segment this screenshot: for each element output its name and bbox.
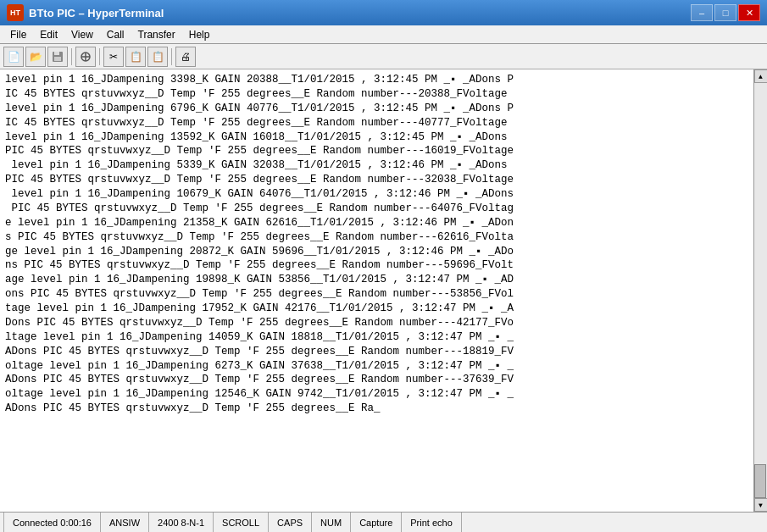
toolbar-cut-button[interactable]: ✂: [103, 47, 124, 67]
menu-help[interactable]: Help: [182, 25, 217, 43]
title-bar: HT BTto PIC – HyperTerminal – □ ✕: [0, 0, 767, 25]
status-connected: Connected 0:00:16: [3, 513, 101, 532]
toolbar: 📄 📂 ✂ 📋 📋 🖨: [0, 44, 767, 69]
toolbar-save-button[interactable]: [47, 47, 68, 67]
minimize-button[interactable]: –: [691, 4, 713, 21]
toolbar-open-button[interactable]: 📂: [25, 47, 46, 67]
terminal-wrapper: level pin 1 16_JDampening 3398_K GAIN 20…: [0, 69, 767, 512]
scrollbar-thumb[interactable]: [754, 464, 766, 498]
toolbar-separator-3: [171, 48, 172, 65]
scrollbar-track[interactable]: [754, 83, 767, 498]
maximize-button[interactable]: □: [714, 4, 736, 21]
svg-rect-2: [54, 57, 61, 61]
menu-edit[interactable]: Edit: [33, 25, 64, 43]
menu-file[interactable]: File: [3, 25, 33, 43]
menu-view[interactable]: View: [64, 25, 100, 43]
toolbar-paste-button[interactable]: 📋: [147, 47, 168, 67]
status-ansi: ANSIW: [101, 513, 149, 532]
menu-call[interactable]: Call: [100, 25, 131, 43]
scrollbar-up-arrow[interactable]: ▲: [754, 69, 768, 83]
toolbar-new-button[interactable]: 📄: [3, 47, 24, 67]
svg-rect-1: [54, 52, 59, 55]
terminal-output[interactable]: level pin 1 16_JDampening 3398_K GAIN 20…: [0, 69, 753, 512]
status-scroll: SCROLL: [214, 513, 269, 532]
status-num: NUM: [312, 513, 351, 532]
toolbar-copy-button[interactable]: 📋: [125, 47, 146, 67]
scrollbar: ▲ ▼: [753, 69, 767, 512]
toolbar-separator-1: [71, 48, 72, 65]
status-capture: Capture: [351, 513, 402, 532]
menu-bar: File Edit View Call Transfer Help: [0, 25, 767, 44]
title-bar-left: HT BTto PIC – HyperTerminal: [7, 4, 164, 21]
status-bar: Connected 0:00:16 ANSIW 2400 8-N-1 SCROL…: [0, 512, 767, 532]
close-button[interactable]: ✕: [738, 4, 760, 21]
status-baud: 2400 8-N-1: [149, 513, 214, 532]
status-caps: CAPS: [269, 513, 312, 532]
menu-transfer[interactable]: Transfer: [131, 25, 182, 43]
scrollbar-down-arrow[interactable]: ▼: [754, 498, 768, 512]
toolbar-separator-2: [99, 48, 100, 65]
window-title: BTto PIC – HyperTerminal: [29, 7, 164, 19]
toolbar-connect-button[interactable]: [75, 47, 96, 67]
title-bar-controls: – □ ✕: [691, 4, 760, 21]
app-icon: HT: [7, 4, 24, 21]
toolbar-print-button[interactable]: 🖨: [175, 47, 196, 67]
status-print-echo: Print echo: [402, 513, 462, 532]
